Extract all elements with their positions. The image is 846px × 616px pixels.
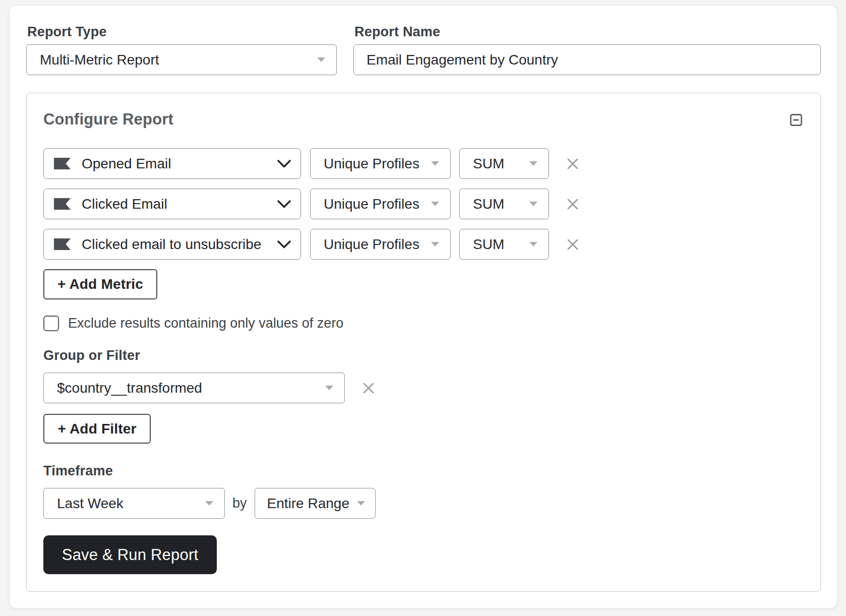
exclude-zero-label[interactable]: Exclude results containing only values o… bbox=[68, 316, 343, 331]
aggregation-select[interactable]: SUM bbox=[459, 229, 549, 260]
report-meta-row: Report Type Multi-Metric Report Report N… bbox=[26, 24, 821, 75]
metric-select[interactable]: Opened Email bbox=[43, 148, 301, 179]
exclude-zero-row: Exclude results containing only values o… bbox=[43, 316, 802, 331]
x-icon bbox=[567, 198, 579, 210]
x-icon bbox=[567, 238, 579, 251]
metric-select-value: Clicked email to unsubscribe bbox=[82, 236, 277, 253]
report-builder-card: Report Type Multi-Metric Report Report N… bbox=[9, 5, 837, 608]
metric-select-value: Opened Email bbox=[82, 156, 277, 172]
group-filter-select[interactable]: $country__transformed bbox=[43, 373, 345, 403]
configure-report-title: Configure Report bbox=[43, 110, 173, 129]
report-name-label: Report Name bbox=[354, 24, 821, 39]
chevron-down-icon bbox=[277, 240, 291, 249]
klaviyo-flag-icon bbox=[54, 158, 71, 169]
x-icon bbox=[362, 382, 375, 394]
measurement-select[interactable]: Unique Profiles bbox=[310, 189, 451, 219]
save-run-report-button[interactable]: Save & Run Report bbox=[43, 535, 217, 574]
metric-row: Clicked Email Unique Profiles SUM bbox=[43, 189, 802, 219]
metric-select[interactable]: Clicked email to unsubscribe bbox=[43, 229, 301, 260]
chevron-down-icon bbox=[529, 202, 537, 206]
remove-metric-button[interactable] bbox=[567, 238, 579, 251]
remove-metric-button[interactable] bbox=[567, 198, 579, 210]
x-icon bbox=[567, 158, 579, 170]
report-type-value: Multi-Metric Report bbox=[40, 52, 310, 68]
exclude-zero-checkbox[interactable] bbox=[43, 316, 59, 331]
timeframe-row: Last Week by Entire Range bbox=[43, 488, 802, 519]
aggregation-select-value: SUM bbox=[473, 236, 522, 253]
aggregation-select[interactable]: SUM bbox=[459, 189, 549, 219]
metric-row: Clicked email to unsubscribe Unique Prof… bbox=[43, 229, 802, 260]
chevron-down-icon bbox=[431, 242, 439, 247]
add-filter-button[interactable]: + Add Filter bbox=[43, 414, 151, 444]
report-type-field: Report Type Multi-Metric Report bbox=[26, 24, 337, 75]
report-name-input[interactable] bbox=[353, 44, 821, 75]
chevron-down-icon bbox=[431, 202, 439, 206]
chevron-down-icon bbox=[529, 242, 537, 247]
timeframe-by-text: by bbox=[232, 496, 247, 511]
configure-report-header: Configure Report bbox=[43, 110, 802, 129]
group-filter-row: $country__transformed bbox=[43, 373, 802, 403]
chevron-down-icon bbox=[317, 57, 325, 62]
chevron-down-icon bbox=[277, 160, 291, 168]
measurement-select-value: Unique Profiles bbox=[324, 236, 424, 253]
aggregation-select[interactable]: SUM bbox=[459, 148, 549, 179]
metric-select[interactable]: Clicked Email bbox=[43, 189, 301, 219]
metric-rows: Opened Email Unique Profiles SUM bbox=[43, 148, 802, 260]
report-type-select[interactable]: Multi-Metric Report bbox=[26, 44, 337, 75]
measurement-select[interactable]: Unique Profiles bbox=[310, 148, 451, 179]
collapse-section-button[interactable] bbox=[790, 114, 802, 126]
minus-square-icon bbox=[790, 114, 802, 126]
aggregation-select-value: SUM bbox=[473, 196, 522, 212]
report-name-field: Report Name bbox=[353, 24, 821, 75]
remove-metric-button[interactable] bbox=[567, 158, 579, 170]
measurement-select[interactable]: Unique Profiles bbox=[310, 229, 451, 260]
group-filter-value: $country__transformed bbox=[57, 380, 318, 396]
report-type-label: Report Type bbox=[27, 24, 337, 39]
timeframe-interval-value: Entire Range bbox=[267, 496, 352, 512]
timeframe-interval-select[interactable]: Entire Range bbox=[255, 488, 376, 519]
group-or-filter-label: Group or Filter bbox=[43, 348, 802, 363]
chevron-down-icon bbox=[277, 200, 291, 208]
chevron-down-icon bbox=[431, 161, 439, 166]
chevron-down-icon bbox=[325, 386, 333, 390]
metric-row: Opened Email Unique Profiles SUM bbox=[43, 148, 802, 179]
timeframe-label: Timeframe bbox=[43, 463, 802, 478]
chevron-down-icon bbox=[205, 501, 213, 506]
add-metric-button[interactable]: + Add Metric bbox=[43, 269, 157, 299]
chevron-down-icon bbox=[529, 161, 537, 166]
timeframe-range-value: Last Week bbox=[57, 496, 198, 512]
klaviyo-flag-icon bbox=[54, 238, 71, 250]
aggregation-select-value: SUM bbox=[473, 156, 522, 172]
chevron-down-icon bbox=[357, 501, 365, 506]
measurement-select-value: Unique Profiles bbox=[324, 156, 424, 172]
metric-select-value: Clicked Email bbox=[82, 196, 277, 212]
remove-filter-button[interactable] bbox=[362, 382, 375, 394]
configure-report-card: Configure Report Opened Email bbox=[26, 93, 821, 592]
timeframe-range-select[interactable]: Last Week bbox=[43, 488, 225, 519]
measurement-select-value: Unique Profiles bbox=[324, 196, 424, 212]
klaviyo-flag-icon bbox=[54, 198, 71, 210]
